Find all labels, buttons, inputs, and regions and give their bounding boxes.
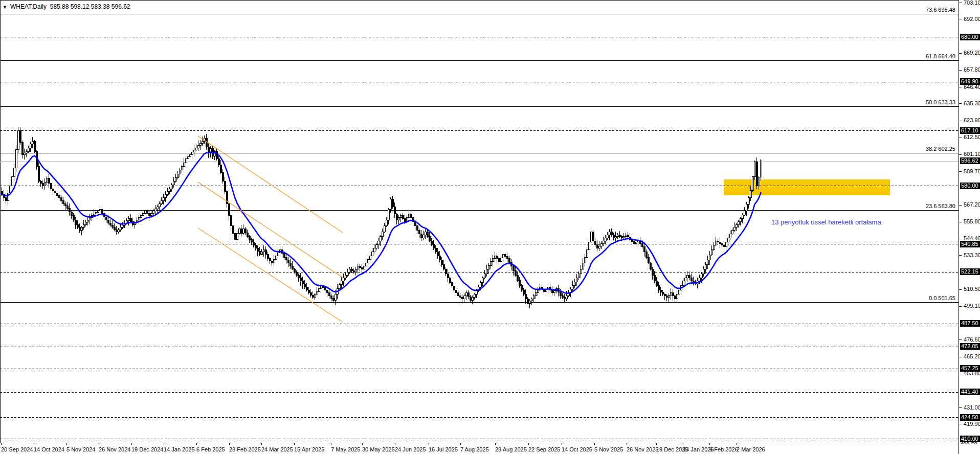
symbol-dropdown-icon[interactable]: ▼ — [3, 5, 7, 10]
price-tick-mark — [959, 306, 962, 307]
bullish-candle-body — [314, 294, 316, 298]
bearish-candle-body — [220, 165, 221, 173]
bearish-candle-body — [289, 263, 291, 266]
bearish-candle-body — [523, 290, 524, 294]
ohlc-values: 585.88 598.12 583.38 596.62 — [50, 3, 130, 10]
bullish-candle-body — [316, 291, 318, 294]
bearish-candle-body — [146, 211, 148, 213]
bearish-candle-body — [525, 294, 526, 299]
bullish-candle-body — [584, 257, 586, 263]
price-tick-label: 623.90 — [964, 117, 980, 123]
bullish-candle-body — [152, 211, 154, 213]
bearish-candle-body — [283, 254, 285, 257]
bullish-candle-body — [482, 278, 483, 283]
bearish-candle-body — [332, 298, 334, 300]
bullish-candle-body — [275, 256, 277, 259]
price-level-badge: 424.50 — [960, 414, 980, 421]
bearish-candle-body — [496, 256, 498, 259]
bullish-candle-body — [335, 294, 336, 301]
bullish-candle-body — [474, 294, 475, 298]
bullish-candle-body — [347, 272, 348, 275]
bullish-candle-body — [715, 241, 717, 245]
bearish-candle-body — [247, 233, 248, 236]
bearish-candle-body — [359, 266, 361, 268]
bullish-candle-body — [607, 235, 608, 238]
date-tick-mark — [709, 443, 710, 445]
bearish-candle-body — [596, 244, 598, 248]
time-axis[interactable]: 20 Sep 202414 Oct 20245 Nov 202426 Nov 2… — [0, 443, 959, 454]
bullish-candle-body — [574, 282, 575, 285]
bullish-candle-body — [128, 218, 129, 220]
price-tick-label: 510.50 — [964, 286, 980, 292]
symbol-name[interactable]: WHEAT,Daily — [10, 3, 47, 10]
bearish-candle-body — [304, 284, 305, 287]
bearish-candle-body — [38, 167, 39, 181]
bullish-candle-body — [703, 269, 704, 274]
bullish-candle-body — [484, 274, 485, 278]
bullish-candle-body — [686, 275, 688, 278]
bearish-candle-body — [455, 290, 457, 293]
bearish-candle-body — [244, 229, 246, 233]
bullish-candle-body — [670, 293, 672, 295]
bullish-candle-body — [744, 211, 745, 215]
bearish-candle-body — [52, 189, 54, 191]
bearish-candle-body — [79, 228, 80, 231]
price-level-badge: 649.90 — [960, 78, 980, 85]
symbol-title-bar[interactable]: ▼WHEAT,Daily 585.88 598.12 583.38 596.62 — [3, 3, 130, 10]
price-axis[interactable]: 703.10692.00669.20657.80646.40635.30623.… — [959, 0, 980, 454]
bullish-candle-body — [707, 260, 708, 265]
bullish-candle-body — [373, 248, 375, 252]
price-tick-mark — [959, 103, 962, 104]
date-label: 16 Jul 2025 — [429, 446, 458, 452]
bearish-candle-body — [437, 252, 438, 256]
bearish-candle-body — [308, 290, 309, 293]
bullish-candle-body — [406, 218, 408, 221]
bearish-candle-body — [251, 239, 252, 242]
bearish-candle-body — [723, 245, 725, 247]
price-tick-mark — [959, 87, 962, 87]
bearish-candle-body — [551, 290, 553, 293]
bullish-candle-body — [81, 228, 82, 231]
bullish-candle-body — [603, 241, 604, 244]
bullish-candle-body — [705, 265, 706, 269]
date-tick-mark — [164, 443, 164, 445]
bearish-candle-body — [324, 288, 326, 290]
bullish-candle-body — [386, 220, 387, 226]
bullish-candle-body — [750, 190, 751, 198]
bullish-candle-body — [398, 218, 399, 220]
price-tick-mark — [959, 407, 962, 408]
bearish-candle-body — [353, 270, 354, 272]
bearish-candle-body — [527, 299, 528, 304]
bullish-candle-body — [363, 266, 365, 269]
bearish-candle-body — [664, 294, 665, 296]
bullish-candle-body — [122, 225, 123, 227]
bullish-candle-body — [486, 269, 487, 274]
bullish-candle-body — [742, 215, 743, 218]
bullish-candle-body — [678, 290, 680, 294]
bullish-candle-body — [494, 256, 496, 259]
bullish-candle-body — [138, 218, 140, 220]
bearish-candle-body — [240, 229, 242, 234]
date-tick-mark — [66, 443, 67, 445]
bearish-candle-body — [564, 298, 565, 299]
bearish-candle-body — [64, 203, 66, 206]
bullish-candle-body — [15, 149, 17, 168]
bearish-candle-body — [58, 195, 60, 197]
bullish-candle-body — [488, 265, 489, 269]
bearish-candle-body — [310, 293, 311, 295]
price-tick-label: 589.70 — [964, 168, 980, 174]
bullish-candle-body — [93, 214, 95, 216]
bearish-candle-body — [50, 184, 52, 189]
bullish-candle-body — [586, 250, 588, 258]
bearish-candle-body — [641, 244, 643, 247]
bearish-candle-body — [429, 236, 430, 241]
bullish-candle-body — [177, 174, 179, 177]
bullish-candle-body — [578, 274, 580, 278]
date-tick-mark — [683, 443, 683, 445]
bullish-candle-body — [727, 238, 729, 242]
bearish-candle-body — [234, 233, 236, 239]
bullish-candle-body — [390, 199, 391, 210]
bearish-candle-body — [427, 232, 428, 237]
candlestick-chart-area[interactable]: ▼WHEAT,Daily 585.88 598.12 583.38 596.62… — [0, 0, 959, 443]
bearish-candle-body — [259, 251, 260, 254]
